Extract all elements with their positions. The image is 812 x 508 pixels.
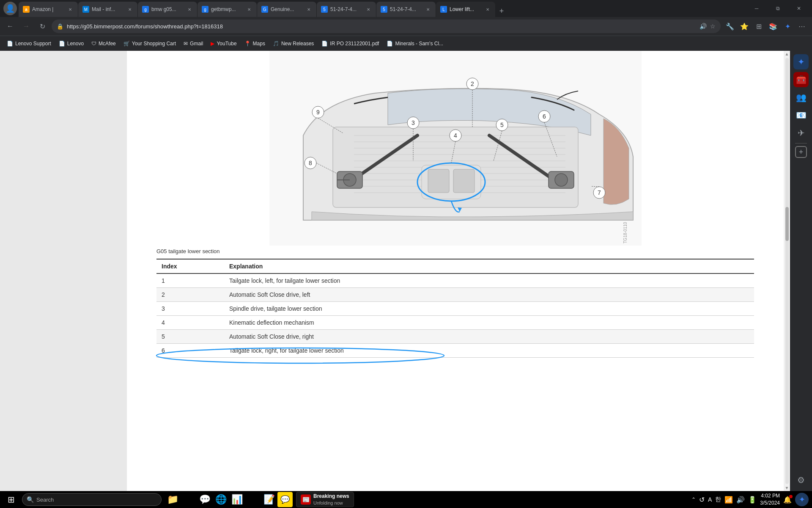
scroll-track[interactable] — [785, 58, 789, 484]
bookmark-gmail[interactable]: ✉ Gmail — [180, 38, 206, 49]
settings-sidebar-icon[interactable]: ⚙ — [793, 472, 809, 488]
lang-tray-icon[interactable]: 한 — [715, 496, 721, 503]
close-button[interactable]: ✕ — [789, 2, 809, 15]
tab-title-5124b: 51-24-7-4... — [390, 6, 422, 12]
taskbar: ⊞ 🔍 Search 📁 ✉ 💬 🌐 📊 ⚙ — [0, 491, 812, 508]
new-tab-button[interactable]: + — [496, 5, 508, 17]
toolbar-actions: 🔧 ⭐ ⊞ 📚 ✦ ⋯ — [723, 19, 809, 33]
tab-close-mail[interactable]: ✕ — [126, 6, 133, 13]
copilot-icon[interactable]: ✦ — [781, 19, 794, 33]
taskbar-app-misc1[interactable]: ⚙ — [245, 492, 261, 507]
minimize-button[interactable]: ─ — [747, 2, 766, 15]
outlook-sidebar-icon[interactable]: 📧 — [793, 108, 809, 123]
bookmarks-bar: 📄 Lenovo Support 📄 Lenovo 🛡 McAfee 🛒 You… — [0, 36, 812, 51]
titlebar: 👤 a Amazon | ✕ M Mail - inf... ✕ g bmw g… — [0, 0, 812, 17]
scroll-up-arrow[interactable]: ▲ — [784, 51, 790, 57]
taskbar-app-chat[interactable]: 💬 — [277, 492, 293, 507]
bookmark-maps[interactable]: 📍 Maps — [241, 38, 269, 49]
tab-5124a[interactable]: 5 51-24-7-4... ✕ — [317, 2, 376, 17]
taskbar-app-mail[interactable]: ✉ — [181, 492, 196, 507]
svg-rect-21 — [453, 169, 475, 193]
scroll-thumb[interactable] — [785, 207, 789, 241]
split-screen-icon[interactable]: ⊞ — [752, 19, 765, 33]
taskbar-app-notes[interactable]: 📝 — [261, 492, 277, 507]
tab-favicon-getbmw: g — [202, 6, 208, 13]
scroll-down-arrow[interactable]: ▼ — [784, 485, 790, 491]
taskbar-app-excel[interactable]: 📊 — [229, 492, 244, 507]
start-button[interactable]: ⊞ — [3, 492, 19, 507]
tab-mail[interactable]: M Mail - inf... ✕ — [78, 2, 137, 17]
window-controls: ─ ⧉ ✕ — [747, 2, 809, 15]
url-text[interactable]: https://g05.bimmerpost.com/forums/showth… — [67, 23, 696, 30]
diagram-area: 9 2 3 4 5 — [127, 51, 784, 246]
tray-chevron[interactable]: ⌃ — [691, 497, 696, 502]
taskbar-app-teams[interactable]: 💬 — [197, 492, 212, 507]
collections-icon[interactable]: 📚 — [766, 19, 780, 33]
parts-table: Index Explanation 1 Tailgate lock, left,… — [156, 260, 754, 358]
wifi-icon[interactable]: 📶 — [724, 496, 733, 504]
main-page[interactable]: 9 2 3 4 5 — [127, 51, 784, 491]
taskbar-apps: 📁 ✉ 💬 🌐 📊 ⚙ 📝 💬 — [165, 492, 293, 507]
paperplane-sidebar-icon[interactable]: ✈ — [793, 125, 809, 141]
news-notification[interactable]: 📰 Breaking news Unfolding now — [296, 492, 354, 507]
bookmark-icon: 📄 — [7, 41, 13, 47]
tab-amazon[interactable]: a Amazon | ✕ — [19, 2, 78, 17]
forward-button[interactable]: → — [19, 19, 33, 33]
refresh-tray-icon[interactable]: ↺ — [699, 496, 705, 504]
restore-button[interactable]: ⧉ — [768, 2, 787, 15]
taskbar-app-explorer[interactable]: 📁 — [165, 492, 180, 507]
bookmark-lenovo-support[interactable]: 📄 Lenovo Support — [3, 38, 55, 49]
row4-explanation: Kinematic deflection mechanism — [224, 316, 754, 330]
tab-close-5124b[interactable]: ✕ — [425, 6, 431, 13]
tools-sidebar-icon[interactable]: 🧰 — [793, 72, 809, 87]
scrollbar[interactable]: ▲ ▼ — [784, 51, 790, 491]
tab-close-amazon[interactable]: ✕ — [67, 6, 74, 13]
svg-text:4: 4 — [454, 132, 457, 139]
tab-genuine[interactable]: G Genuine... ✕ — [257, 2, 316, 17]
back-button[interactable]: ← — [3, 19, 17, 33]
copilot-taskbar-icon[interactable]: ✦ — [795, 493, 809, 506]
row5-index: 5 — [156, 330, 224, 344]
people-sidebar-icon[interactable]: 👥 — [793, 90, 809, 105]
address-bar[interactable]: 🔒 https://g05.bimmerpost.com/forums/show… — [52, 19, 721, 33]
profile-icon[interactable]: 👤 — [3, 2, 17, 15]
add-sidebar-icon[interactable]: + — [795, 146, 807, 158]
tab-close-genuine[interactable]: ✕ — [305, 6, 312, 13]
battery-icon[interactable]: 🔋 — [748, 496, 757, 504]
font-tray-icon[interactable]: A — [708, 496, 712, 503]
bookmark-lenovo[interactable]: 📄 Lenovo — [55, 38, 87, 49]
bookmark-icon: ✉ — [184, 41, 188, 47]
tab-5124b[interactable]: 5 51-24-7-4... ✕ — [376, 2, 436, 17]
tab-title-genuine: Genuine... — [271, 6, 303, 12]
taskbar-search[interactable]: 🔍 Search — [22, 493, 162, 506]
clock[interactable]: 4:02 PM 3/5/2024 — [760, 492, 780, 507]
bookmark-label: Minerals - Sam's Cl... — [395, 41, 443, 47]
table-row: 5 Automatic Soft Close drive, right — [156, 330, 754, 344]
copilot-sidebar-icon[interactable]: ✦ — [793, 54, 809, 69]
tab-getbmw[interactable]: g getbmwp... ✕ — [198, 2, 257, 17]
bookmark-star-icon[interactable]: ☆ — [710, 23, 716, 30]
tab-bmwg05a[interactable]: g bmw g05... ✕ — [138, 2, 197, 17]
tab-close-getbmw[interactable]: ✕ — [246, 6, 252, 13]
speaker-icon[interactable]: 🔊 — [736, 496, 745, 504]
bookmark-minerals[interactable]: 📄 Minerals - Sam's Cl... — [383, 38, 447, 49]
tab-close-lowerlift[interactable]: ✕ — [484, 6, 491, 13]
notification-bell[interactable]: 🔔 — [783, 496, 792, 504]
bookmark-ir-po[interactable]: 📄 IR PO 231122001.pdf — [318, 38, 382, 49]
refresh-button[interactable]: ↻ — [36, 19, 49, 33]
parts-table-body: 1 Tailgate lock, left, for tailgate lowe… — [156, 273, 754, 358]
taskbar-app-edge[interactable]: 🌐 — [213, 492, 228, 507]
extensions-icon[interactable]: 🔧 — [723, 19, 737, 33]
reader-mode-icon[interactable]: 🔊 — [700, 23, 707, 30]
tab-lowerlift[interactable]: L Lower lift... ✕ — [436, 2, 495, 17]
favorites-icon[interactable]: ⭐ — [738, 19, 751, 33]
tab-title-bmwg05a: bmw g05... — [151, 6, 184, 12]
bookmark-new-releases[interactable]: 🎵 New Releases — [269, 38, 317, 49]
more-actions-icon[interactable]: ⋯ — [795, 19, 809, 33]
bookmark-youtube[interactable]: ▶ YouTube — [207, 38, 240, 49]
tab-close-bmwg05a[interactable]: ✕ — [186, 6, 193, 13]
news-title: Breaking news — [313, 493, 349, 500]
bookmark-shopping-cart[interactable]: 🛒 Your Shopping Cart — [120, 38, 179, 49]
bookmark-mcafee[interactable]: 🛡 McAfee — [88, 38, 119, 49]
tab-close-5124a[interactable]: ✕ — [365, 6, 372, 13]
